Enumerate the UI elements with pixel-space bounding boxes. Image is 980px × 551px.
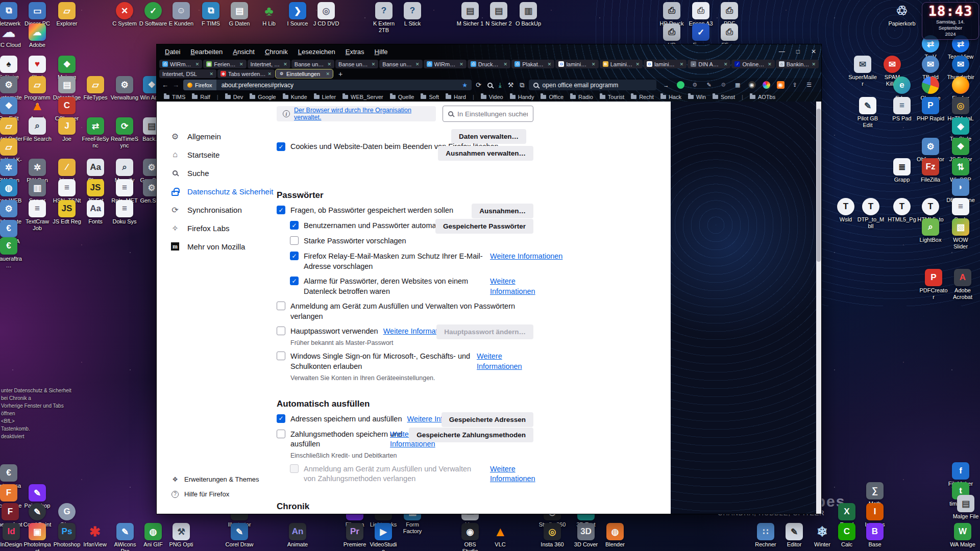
bookmark-quelle[interactable]: Quelle [390,94,414,100]
sidebar-footer-hilfe-f-r-firefox[interactable]: ?Hilfe für Firefox [157,487,277,502]
desktop-icon-corel-draw[interactable]: ✎Corel Draw [225,523,254,548]
desktop-icon-3d-cover[interactable]: 3D3D Cover [572,523,600,548]
tab-close-icon[interactable]: ✕ [504,62,508,67]
tab-einstellungen[interactable]: ⚙Einstellungen✕ [276,69,333,78]
new-tab-button[interactable]: + [333,70,348,78]
camera-extension-icon[interactable]: ◉ [777,81,785,89]
scrollbar-thumb[interactable] [817,109,821,262]
tab-banse-und-grohm[interactable]: Banse und Grohm✕ [379,60,422,68]
colorwheel-extension-icon[interactable] [763,81,770,89]
button-hauptpasswort-ndern[interactable]: Hauptpasswort ändern… [436,324,533,339]
desktop-icon-animate[interactable]: AnAnimate [283,523,312,548]
desktop-icon-joe[interactable]: JJoe [53,117,81,142]
bookmark-google[interactable]: Google [250,94,276,100]
link-anmeldung-am-ger-t-zum-ausf-llen-und-verwalten-von-zahlungsmethoden-verlangen[interactable]: Weitere Informationen [490,465,535,483]
desktop-icon-filetypes[interactable]: ▱FileTypes [81,76,110,101]
bookmark-sonst[interactable]: Sonst [713,94,735,100]
desktop-icon-pilot-gb-edit[interactable]: ✎Pilot GB Edit [853,97,882,128]
bookmark-hard[interactable]: Hard [446,94,466,100]
checkbox-anmeldung-am-ger-t-zum-ausf-llen-und-verwalten-von-passw-rtern-verlangen[interactable] [277,302,285,310]
tab-wirmachendri[interactable]: ⎙WIRmachenDRI✕ [424,60,467,68]
checkbox-adressen-speichern-und-ausf-llen[interactable]: ✓ [277,414,285,423]
desktop-icon-calc[interactable]: CCalc [832,523,861,548]
desktop-icon-rechner[interactable]: ∷Rechner [751,523,780,548]
tab-close-icon[interactable]: ✕ [592,62,596,67]
desktop-icon-k-extern-2tb[interactable]: ?K Extern 2TB [370,2,398,33]
tab-banse-und-grohm[interactable]: Banse und Grohm✕ [335,60,378,68]
search-icon[interactable] [487,83,493,88]
maximize-button[interactable]: □ [796,48,800,55]
desktop-icon-explorer[interactable]: ▱Explorer [53,2,81,27]
desktop-icon-irfanview[interactable]: ✱IrfanView [81,523,109,548]
image-extension-icon[interactable]: ▦ [734,81,742,89]
gear-extension-icon[interactable]: ⚙ [691,81,699,89]
desktop-icon-h-lib[interactable]: ♣H Lib [255,2,283,27]
toolbar-search-value[interactable]: open office email programm [543,82,619,89]
desktop-icon-photoimpact[interactable]: ▣PhotoImpact [23,523,52,551]
desktop-icon-l-stick[interactable]: ?L Stick [398,2,427,27]
desktop-icon-file-search[interactable]: ⌕File Search [23,117,52,142]
desktop-icon-lightbox[interactable]: ⌕LightBox [916,218,945,243]
url-text[interactable]: about:preferences#privacy [216,82,462,89]
tab-close-icon[interactable]: ✕ [267,71,272,77]
bookmark-recht[interactable]: Recht [631,94,654,100]
desktop-icon-m-sicher-1[interactable]: ▤M Sicher 1 [456,2,484,27]
tab-close-icon[interactable]: ✕ [372,62,376,67]
reload-icon[interactable]: ⟳ [476,81,481,89]
bookmark-aotbs[interactable]: AOTbs [750,94,775,100]
minimize-button[interactable]: — [779,48,785,55]
desktop-icon-blender[interactable]: ◍Blender [601,523,629,548]
bookmark-video[interactable]: Video [481,94,503,100]
menu-chronik[interactable]: Chronik [265,48,288,56]
tab-close-icon[interactable]: ✕ [195,62,200,67]
desktop-icon-cc-cloud[interactable]: ☁CC Cloud [0,23,23,48]
menu-extras[interactable]: Extras [346,48,364,56]
desktop-icon-filezilla[interactable]: FzFileZilla [916,158,945,183]
checkbox-benutzernamen-und-passw-rter-automatisch-ausf-llen[interactable]: ✓ [290,221,299,230]
sidebar-item-datenschutz-sicherheit[interactable]: Datenschutz & Sicherheit [157,182,277,201]
tab-close-icon[interactable]: ✕ [768,62,772,67]
settings-search-input[interactable] [457,110,528,118]
bookmark-star-icon[interactable]: ★ [462,82,472,89]
desktop-icon-malge-file[interactable]: ▤Malge File [951,495,980,520]
bookmark-soft[interactable]: Soft [421,94,439,100]
tab-close-icon[interactable]: ✕ [328,62,332,67]
tab-tabs-werden-be[interactable]: ◆Tabs werden be✕ [217,69,275,78]
menu-hamburger-icon[interactable]: ☰ [805,81,813,89]
desktop-icon-php-rapid[interactable]: PPHP Rapid [916,97,945,122]
close-button[interactable]: ✕ [811,48,816,55]
desktop-icon-n-sicher-2[interactable]: ▤N Sicher 2 [484,2,513,27]
tab-close-icon[interactable]: ✕ [548,62,552,67]
menu-bearbeiten[interactable]: Bearbeiten [190,48,223,56]
desktop-icon-doku-sys[interactable]: ≡Doku Sys [110,200,139,225]
desktop-icon-photoshop[interactable]: PsPhotoshop [53,523,81,548]
desktop-icon-g-daten[interactable]: ▤G Daten [225,2,254,27]
tab-druckerei-wirn[interactable]: ⎙Druckerei WIRn✕ [468,60,510,68]
tab-online-banking[interactable]: ∕Online-Banking✕ [731,60,774,68]
desktop-icon-j-cd-dvd[interactable]: ◎J CD DVD [312,2,340,27]
wrench-icon[interactable]: ⚒ [508,81,514,89]
bookmark-hack[interactable]: Hack [660,94,681,100]
desktop-icon-o-backup[interactable]: ▥O BackUp [514,2,543,27]
desktop-icon-html5-pg[interactable]: THTML5_Pg [888,198,916,223]
tab-close-icon[interactable]: ✕ [812,62,816,67]
link-windows-single-sign-on-f-r-microsoft-gesch-fts-und-schulkonten-erlauben[interactable]: Weitere Informationen [477,352,522,370]
manage-exceptions-button[interactable]: Ausnahmen verwalten… [438,146,533,161]
desktop-icon-dtp-to-mbll[interactable]: TDTP_to_Mbll [856,198,885,229]
checkbox-hauptpasswort-verwenden[interactable] [277,327,285,335]
desktop-icon-base[interactable]: BBase [861,523,889,548]
tab-plakate-poste[interactable]: ⎙Plakate & Poste✕ [511,60,554,68]
bookmark-win[interactable]: Win [688,94,706,100]
bookmark-web-server[interactable]: WEB_Server [342,94,383,100]
tab-intertnet-dsl[interactable]: Intertnet, DSL✕ [248,60,290,68]
tab-close-icon[interactable]: ✕ [326,71,330,77]
checkbox-zahlungsmethoden-speichern-und-ausf-llen[interactable] [277,430,285,438]
checkbox-anmeldung-am-ger-t-zum-ausf-llen-und-verwalten-von-zahlungsmethoden-verlangen[interactable] [290,464,299,473]
bookmark-handy[interactable]: Handy [510,94,534,100]
tab-close-icon[interactable]: ✕ [239,62,243,67]
tab-close-icon[interactable]: ✕ [724,62,728,67]
checkbox-windows-single-sign-on-f-r-microsoft-gesch-fts-und-schulkonten-erlauben[interactable] [277,352,285,360]
sidebar-item-synchronisation[interactable]: ⟳Synchronisation [157,201,277,219]
checkbox-firefox-relay-e-mail-masken-zum-schutz-ihrer-e-mail-adresse-vorschlagen[interactable]: ✓ [290,252,299,260]
desktop-icon-indesign[interactable]: IdInDesign [0,523,26,548]
